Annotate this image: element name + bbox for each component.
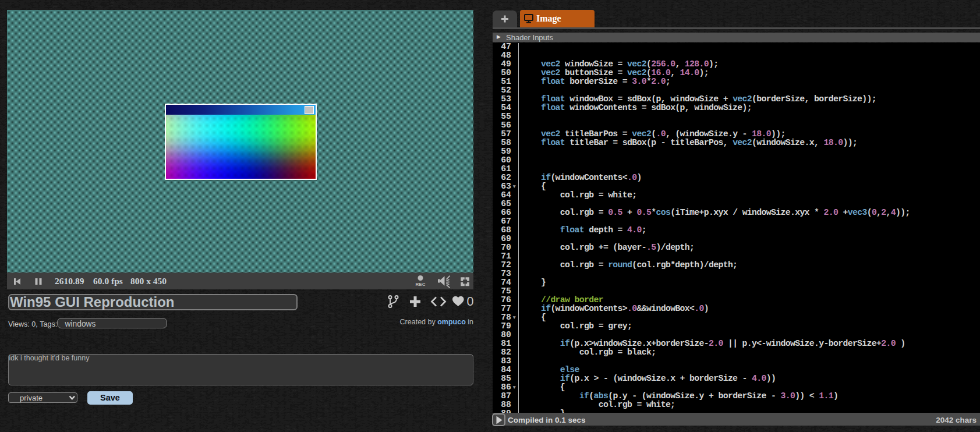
- svg-text:REC: REC: [416, 282, 426, 287]
